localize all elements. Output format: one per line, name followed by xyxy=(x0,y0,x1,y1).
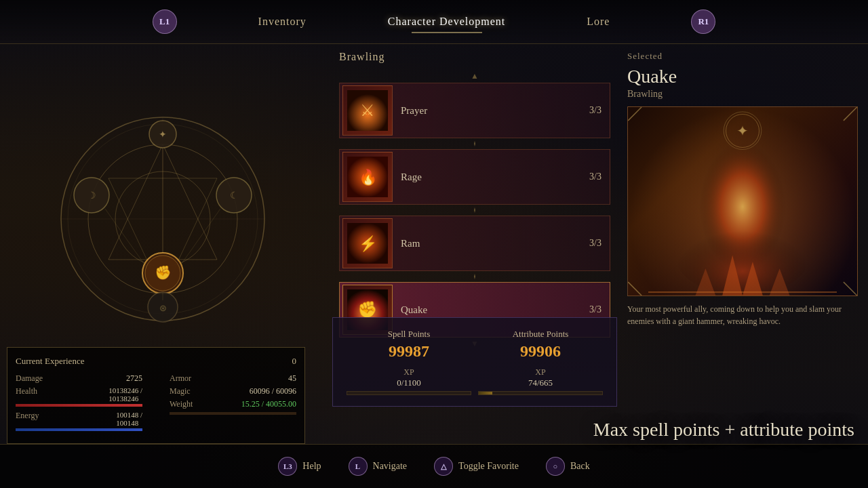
scroll-up-indicator: ▲ xyxy=(339,71,610,81)
health-bar-container xyxy=(16,404,142,407)
divider-2 xyxy=(474,207,475,213)
skill-item-ram[interactable]: ⚡ Ram 3/3 xyxy=(339,216,610,271)
damage-stat: Damage 2725 xyxy=(16,373,142,384)
l3-button[interactable]: L3 xyxy=(278,457,297,476)
quake-name: Quake xyxy=(401,304,589,316)
skill-item-rage[interactable]: 🔥 Rage 3/3 xyxy=(339,149,610,205)
svg-line-20 xyxy=(105,209,146,266)
attribute-points-value: 99906 xyxy=(478,342,603,361)
selected-label: Selected xyxy=(627,51,858,62)
energy-stat-row: Energy 100148 /100148 xyxy=(16,411,142,431)
spell-points-label: Spell Points xyxy=(347,329,471,340)
circle-button[interactable]: ○ xyxy=(546,457,565,476)
tab-lore[interactable]: Lore xyxy=(587,16,610,28)
points-grid: Spell Points 99987 Attribute Points 9990… xyxy=(347,329,603,361)
xp-left-label: XP xyxy=(347,367,471,378)
r1-button[interactable]: R1 xyxy=(691,9,715,34)
prayer-rank: 3/3 xyxy=(589,105,601,116)
svg-text:☽: ☽ xyxy=(87,190,96,201)
ram-icon: ⚡ xyxy=(342,218,393,268)
attribute-points-label: Attribute Points xyxy=(478,329,603,340)
spell-points-value: 99987 xyxy=(347,342,471,361)
health-label: Health xyxy=(16,386,37,403)
triangle-button[interactable]: △ xyxy=(434,457,453,476)
selected-skill-name: Quake xyxy=(627,66,858,87)
svg-line-32 xyxy=(844,107,857,121)
xp-right-value: 74/665 xyxy=(478,378,603,388)
skill-art: ✦ ✦ xyxy=(627,106,858,296)
attribute-points-col: Attribute Points 99906 xyxy=(478,329,603,361)
skill-description: Your most powerful ally, coming down to … xyxy=(627,303,858,327)
damage-label: Damage xyxy=(16,373,43,384)
svg-text:⚡: ⚡ xyxy=(359,235,378,253)
prayer-icon: ⚔ xyxy=(342,85,393,136)
svg-line-21 xyxy=(180,209,220,266)
magic-label: Magic xyxy=(170,386,191,396)
energy-bar-container xyxy=(16,428,142,431)
rage-icon: 🔥 xyxy=(342,152,393,202)
svg-line-34 xyxy=(844,282,857,296)
ram-rank: 3/3 xyxy=(589,238,601,249)
damage-value: 2725 xyxy=(126,373,142,384)
xp-right-label: XP xyxy=(478,367,603,378)
xp-left-value: 0/1100 xyxy=(347,378,471,388)
health-stat-row: Health 10138246 /10138246 xyxy=(16,386,142,407)
prayer-name: Prayer xyxy=(401,105,589,117)
skill-wheel: ✦ ☽ ☾ ✊ ⊛ xyxy=(54,110,271,327)
xp-right-bar xyxy=(479,392,492,394)
xp-right-bar-container xyxy=(478,391,603,395)
l1-button[interactable]: L1 xyxy=(153,9,177,34)
health-bar xyxy=(16,404,142,407)
health-value: 10138246 /10138246 xyxy=(108,386,142,403)
armor-label: Armor xyxy=(170,373,191,384)
stats-header: Current Experience 0 xyxy=(16,356,296,367)
current-experience-label: Current Experience xyxy=(16,356,84,367)
xp-left-bar-container xyxy=(347,391,471,395)
energy-value: 100148 /100148 xyxy=(116,411,142,427)
action-help[interactable]: L3 Help xyxy=(278,457,321,476)
stats-columns: Damage 2725 Health 10138246 /10138246 xyxy=(16,373,296,435)
svg-text:✊: ✊ xyxy=(155,264,172,281)
selected-skill-category: Brawling xyxy=(627,89,858,100)
stats-right: Armor 45 Magic 60096 / 60096 Weight 15.2… xyxy=(163,373,296,435)
energy-bar xyxy=(16,428,142,431)
xp-left-col: XP 0/1100 xyxy=(347,367,471,395)
armor-stat: Armor 45 xyxy=(170,373,296,384)
rage-rank: 3/3 xyxy=(589,171,601,182)
divider-1 xyxy=(474,141,475,146)
navigate-label: Navigate xyxy=(373,461,408,472)
energy-label: Energy xyxy=(16,411,39,427)
divider-3 xyxy=(474,274,475,279)
quake-rank: 3/3 xyxy=(589,304,601,315)
action-back[interactable]: ○ Back xyxy=(546,457,590,476)
weight-value: 15.25 / 40055.00 xyxy=(241,399,296,409)
tab-character-development[interactable]: Character Development xyxy=(388,16,505,28)
ram-name: Ram xyxy=(401,238,589,249)
magic-value: 60096 / 60096 xyxy=(250,386,296,396)
weight-stat: Weight 15.25 / 40055.00 xyxy=(170,399,296,409)
action-navigate[interactable]: L Navigate xyxy=(349,457,408,476)
magic-stat: Magic 60096 / 60096 xyxy=(170,386,296,396)
svg-text:☾: ☾ xyxy=(230,190,239,201)
l-button[interactable]: L xyxy=(349,457,368,476)
spell-points-col: Spell Points 99987 xyxy=(347,329,471,361)
top-navigation: L1 Inventory Character Development Lore … xyxy=(0,0,868,44)
svg-text:✦: ✦ xyxy=(159,129,167,140)
rage-name: Rage xyxy=(401,171,589,183)
weight-bar-container xyxy=(170,412,296,415)
action-toggle-favorite[interactable]: △ Toggle Favorite xyxy=(434,457,519,476)
current-experience-value: 0 xyxy=(292,356,297,367)
back-label: Back xyxy=(570,461,590,472)
tab-inventory[interactable]: Inventory xyxy=(258,16,307,28)
skill-item-prayer[interactable]: ⚔ Prayer 3/3 xyxy=(339,83,610,138)
xp-right-col: XP 74/665 xyxy=(478,367,603,395)
svg-text:⚔: ⚔ xyxy=(360,102,375,119)
section-title: Brawling xyxy=(339,51,610,63)
help-label: Help xyxy=(302,461,321,472)
svg-point-38 xyxy=(675,215,810,296)
bottom-bar: L3 Help L Navigate △ Toggle Favorite ○ B… xyxy=(0,444,868,488)
armor-value: 45 xyxy=(288,373,296,384)
skill-list: ⚔ Prayer 3/3 xyxy=(339,83,610,338)
svg-line-31 xyxy=(628,107,642,121)
toggle-favorite-label: Toggle Favorite xyxy=(458,461,519,472)
